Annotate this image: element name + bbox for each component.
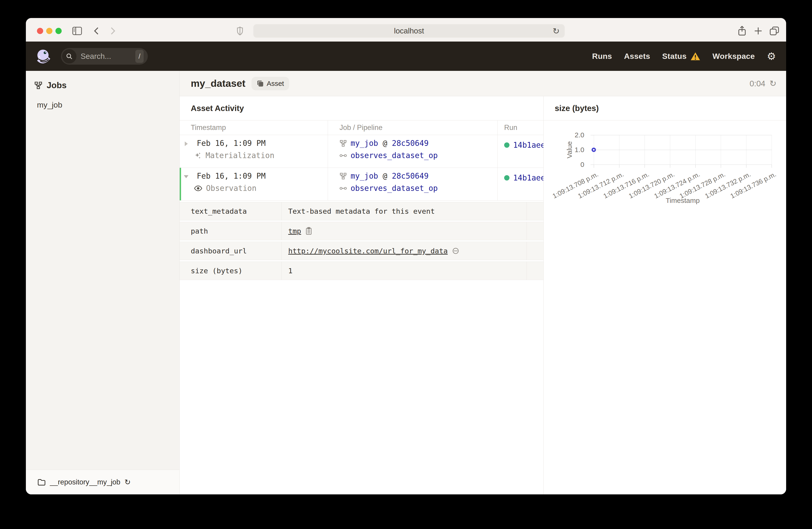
op-icon	[339, 186, 347, 191]
close-window-button[interactable]	[37, 28, 43, 34]
expand-caret-icon[interactable]	[185, 142, 188, 146]
new-tab-icon[interactable]	[753, 26, 763, 36]
refresh-timer: 0:04 ↻	[750, 79, 786, 88]
nav-status[interactable]: Status	[662, 52, 700, 61]
event-type-label: Materialization	[205, 151, 274, 160]
search-placeholder: Search...	[81, 52, 111, 61]
op-link[interactable]: observes_dataset_op	[351, 151, 438, 160]
chart-title: size (bytes)	[543, 96, 786, 120]
nav-workspace[interactable]: Workspace	[712, 52, 755, 61]
size-bytes-chart: 2.01.00 1:09:13.708 p.m.1:09:13.712 p.m.…	[543, 120, 786, 250]
metadata-value: 1	[288, 267, 293, 275]
refresh-icon[interactable]: ↻	[769, 79, 777, 88]
at-separator: @	[383, 172, 387, 180]
zoom-window-button[interactable]	[55, 28, 62, 34]
copy-path-icon[interactable]	[305, 227, 312, 235]
run-tag-link[interactable]: 28c50649	[392, 172, 429, 180]
metadata-key: dashboard_url	[180, 242, 282, 260]
column-job-pipeline: Job / Pipeline	[328, 120, 498, 135]
materialization-icon	[194, 152, 202, 160]
jobs-section-title: Jobs	[47, 80, 67, 90]
repository-footer: __repository__my_job ↻	[26, 470, 179, 494]
table-row-materialization[interactable]: Feb 16, 1:09 PM Materialization	[180, 135, 543, 168]
job-icon	[339, 172, 347, 180]
browser-sidebar-icon[interactable]	[72, 27, 82, 35]
metadata-row-dashboard-url: dashboard_url http://mycoolsite.com/url_…	[180, 242, 543, 260]
metadata-row-text-metadata: text_metadata Text-based metadata for th…	[180, 202, 543, 220]
url-text: localhost	[394, 27, 424, 35]
metadata-value: Text-based metadata for this event	[288, 207, 435, 215]
asset-badge-label: Asset	[267, 79, 284, 87]
chart-x-axis-labels: 1:09:13.708 p.m.1:09:13.712 p.m.1:09:13.…	[594, 170, 772, 200]
table-row-observation[interactable]: Feb 16, 1:09 PM Observation my_job	[180, 168, 543, 201]
run-status-dot	[504, 143, 509, 148]
metadata-key: size (bytes)	[180, 262, 282, 280]
run-tag-link[interactable]: 28c50649	[392, 139, 429, 148]
collapse-caret-icon[interactable]	[184, 175, 188, 178]
browser-window: localhost ↻	[26, 18, 786, 494]
column-timestamp: Timestamp	[180, 120, 328, 135]
page-header: my_dataset Asset 0:04 ↻	[180, 71, 786, 96]
activity-table-header: Timestamp Job / Pipeline Run	[180, 120, 543, 135]
event-timestamp: Feb 16, 1:09 PM	[197, 139, 265, 148]
run-status-dot	[504, 175, 509, 180]
nav-runs[interactable]: Runs	[592, 52, 612, 61]
page-title: my_dataset	[191, 78, 246, 89]
back-icon[interactable]	[92, 26, 101, 35]
tab-overview-icon[interactable]	[769, 26, 780, 36]
warning-icon	[690, 52, 700, 61]
metadata-key: text_metadata	[180, 202, 282, 220]
metadata-row-path: path tmp	[180, 222, 543, 240]
data-point[interactable]	[592, 148, 596, 152]
forward-icon[interactable]	[108, 26, 117, 35]
chart-x-axis-title: Timestamp	[594, 197, 772, 205]
metadata-row-size-bytes: size (bytes) 1	[180, 262, 543, 280]
share-icon[interactable]	[737, 26, 747, 36]
sidebar-item-my-job[interactable]: my_job	[26, 90, 179, 109]
event-type-label: Observation	[206, 184, 257, 193]
y-tick-label: 2.0	[562, 131, 584, 139]
op-link[interactable]: observes_dataset_op	[351, 184, 438, 193]
settings-gear-icon[interactable]: ⚙	[767, 51, 776, 61]
timer-value: 0:04	[750, 79, 765, 88]
minimize-window-button[interactable]	[46, 28, 53, 34]
dagster-logo[interactable]	[37, 49, 51, 63]
top-nav: Runs Assets Status Workspace ⚙	[592, 51, 786, 61]
chart-y-axis-title: Value	[566, 141, 574, 159]
app-header: Search... / Runs Assets Status Workspace…	[26, 42, 786, 71]
asset-activity-title: Asset Activity	[180, 96, 543, 120]
nav-assets[interactable]: Assets	[624, 52, 650, 61]
dashboard-url-link[interactable]: http://mycoolsite.com/url_for_my_data	[288, 247, 448, 255]
asset-icon	[257, 80, 264, 87]
search-input[interactable]: Search... /	[61, 48, 148, 64]
event-metadata: text_metadata Text-based metadata for th…	[180, 202, 543, 280]
external-link-icon[interactable]	[452, 247, 459, 254]
x-tick-label: 1:09:13.736 p.m.	[729, 170, 777, 200]
jobs-icon	[34, 81, 43, 90]
folder-icon	[38, 478, 46, 486]
event-timestamp: Feb 16, 1:09 PM	[197, 172, 265, 180]
asset-plots-panel: size (bytes) 2.01.00 1:09:13.708 p.m.1:0…	[543, 96, 786, 494]
address-bar[interactable]: localhost ↻	[253, 24, 565, 38]
chart-plot-area	[594, 135, 772, 164]
job-link[interactable]: my_job	[351, 139, 378, 148]
asset-activity-panel: Asset Activity Timestamp Job / Pipeline …	[180, 96, 543, 494]
column-run: Run	[498, 120, 543, 135]
op-icon	[339, 153, 347, 158]
search-shortcut-badge: /	[135, 50, 144, 63]
path-value-link[interactable]: tmp	[288, 227, 301, 235]
sidebar: Jobs my_job __repository__my_job ↻	[26, 71, 180, 494]
at-separator: @	[383, 139, 387, 148]
job-link[interactable]: my_job	[351, 172, 378, 180]
metadata-key: path	[180, 222, 282, 240]
browser-chrome: localhost ↻	[26, 18, 786, 42]
jobs-section-header: Jobs	[26, 71, 179, 90]
reload-repository-icon[interactable]: ↻	[125, 478, 131, 486]
privacy-shield-icon	[236, 26, 243, 35]
reload-page-icon[interactable]: ↻	[553, 26, 560, 36]
observation-eye-icon	[194, 185, 202, 192]
job-icon	[339, 139, 347, 147]
search-icon	[62, 49, 76, 63]
y-tick-label: 0	[562, 161, 584, 168]
repository-name: __repository__my_job	[50, 478, 120, 486]
